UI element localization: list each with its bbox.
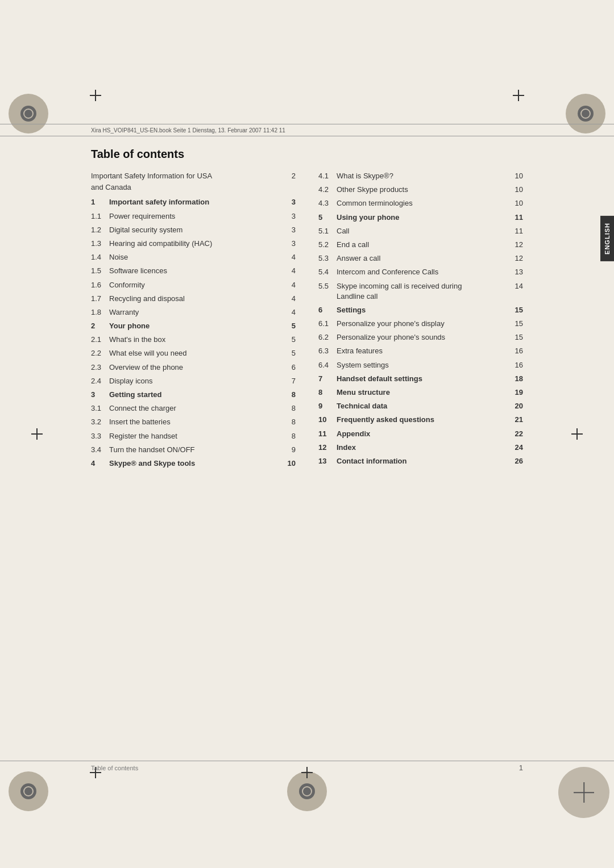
toc-intro-entry: Important Safety Information for USA and…	[91, 171, 296, 194]
toc-entry-2-4: 2.4 Display icons 7	[91, 376, 296, 386]
toc-entry-5-5: 5.5 Skype incoming call is received duri…	[318, 281, 523, 302]
toc-entry-3: 3 Getting started 8	[91, 390, 296, 400]
toc-num-6: 6	[318, 305, 337, 315]
toc-num-5-2: 5.2	[318, 240, 337, 250]
toc-page-9: 20	[509, 401, 523, 411]
toc-num-4-2: 4.2	[318, 185, 337, 195]
page-wrapper: Xira HS_VOIP841_US-EN.book Seite 1 Diens…	[0, 0, 614, 868]
toc-label-4-1: What is Skype®?	[337, 171, 509, 181]
toc-label-2-3: Overview of the phone	[109, 362, 282, 373]
toc-page-3-4: 9	[282, 445, 296, 455]
toc-num-3: 3	[91, 390, 109, 400]
toc-page-5-4: 13	[509, 267, 523, 277]
toc-num-2-4: 2.4	[91, 376, 109, 386]
toc-label-3: Getting started	[109, 390, 282, 400]
toc-page-6-3: 16	[509, 346, 523, 356]
toc-num-3-4: 3.4	[91, 445, 109, 455]
toc-entry-7: 7 Handset default settings 18	[318, 374, 523, 384]
toc-num-13: 13	[318, 456, 337, 466]
toc-num-1: 1	[91, 197, 109, 207]
footer-label: Table of contents	[91, 765, 138, 771]
toc-num-1-4: 1.4	[91, 252, 109, 262]
english-tab: ENGLISH	[600, 216, 614, 261]
toc-label-8: Menu structure	[337, 387, 509, 398]
toc-entry-5-1: 5.1 Call 11	[318, 226, 523, 236]
toc-label-1-1: Power requirements	[109, 211, 282, 222]
toc-num-6-3: 6.3	[318, 346, 337, 356]
toc-page-6-1: 15	[509, 319, 523, 329]
toc-num-2-3: 2.3	[91, 362, 109, 373]
page-content: Table of contents Important Safety Infor…	[91, 0, 523, 868]
toc-page-2-1: 5	[282, 335, 296, 345]
toc-entry-9: 9 Technical data 20	[318, 401, 523, 411]
toc-page-1-4: 4	[282, 252, 296, 262]
toc-entry-2: 2 Your phone 5	[91, 321, 296, 331]
toc-entry-1-8: 1.8 Warranty 4	[91, 307, 296, 318]
toc-entry-2-3: 2.3 Overview of the phone 6	[91, 362, 296, 373]
toc-page-7: 18	[509, 374, 523, 384]
toc-page-13: 26	[509, 456, 523, 466]
toc-num-11: 11	[318, 429, 337, 439]
toc-entry-3-4: 3.4 Turn the handset ON/OFF 9	[91, 445, 296, 455]
toc-entry-1-3: 1.3 Hearing aid compatibility (HAC) 3	[91, 239, 296, 249]
toc-num-3-2: 3.2	[91, 417, 109, 427]
toc-label-2-4: Display icons	[109, 376, 282, 386]
toc-label-6-2: Personalize your phone's sounds	[337, 332, 509, 343]
reg-circle-bl	[9, 771, 48, 811]
toc-page-1-3: 3	[282, 239, 296, 249]
toc-label-6: Settings	[337, 305, 509, 315]
toc-num-5-4: 5.4	[318, 267, 337, 277]
toc-page-4: 10	[282, 458, 296, 469]
toc-num-10: 10	[318, 415, 337, 425]
toc-entry-6-2: 6.2 Personalize your phone's sounds 15	[318, 332, 523, 343]
toc-page-12: 24	[509, 443, 523, 453]
toc-label-1-2: Digital security system	[109, 225, 282, 235]
toc-num-2-1: 2.1	[91, 335, 109, 345]
toc-num-2: 2	[91, 321, 109, 331]
toc-page-5-2: 12	[509, 240, 523, 250]
toc-entry-5-4: 5.4 Intercom and Conference Calls 13	[318, 267, 523, 277]
toc-page-2-2: 5	[282, 348, 296, 358]
toc-entry-2-2: 2.2 What else will you need 5	[91, 348, 296, 358]
toc-entry-1-6: 1.6 Conformity 4	[91, 280, 296, 290]
toc-num-4-1: 4.1	[318, 171, 337, 181]
inner-circle-tl	[20, 106, 36, 122]
toc-label-3-4: Turn the handset ON/OFF	[109, 445, 282, 455]
toc-label-9: Technical data	[337, 401, 509, 411]
toc-entry-10: 10 Frequently asked questions 21	[318, 415, 523, 425]
toc-entry-11: 11 Appendix 22	[318, 429, 523, 439]
toc-page-1-7: 4	[282, 294, 296, 304]
toc-page-11: 22	[509, 429, 523, 439]
toc-num-3-1: 3.1	[91, 403, 109, 414]
cross-br	[574, 782, 594, 803]
toc-num-7: 7	[318, 374, 337, 384]
toc-label-13: Contact information	[337, 456, 509, 466]
toc-page-3-2: 8	[282, 417, 296, 427]
toc-label-5: Using your phone	[337, 212, 509, 223]
toc-num-1-5: 1.5	[91, 266, 109, 276]
toc-page-3: 8	[282, 390, 296, 400]
toc-page-1-2: 3	[282, 225, 296, 235]
toc-page-1-8: 4	[282, 307, 296, 318]
inner-circle-tr	[578, 106, 594, 122]
toc-page-10: 21	[509, 415, 523, 425]
toc-page-6-2: 15	[509, 332, 523, 343]
toc-entry-1-1: 1.1 Power requirements 3	[91, 211, 296, 222]
toc-label-4-2: Other Skype products	[337, 185, 509, 195]
toc-num-1-2: 1.2	[91, 225, 109, 235]
toc-intro-page: 2	[282, 172, 296, 180]
toc-entry-4-2: 4.2 Other Skype products 10	[318, 185, 523, 195]
toc-num-9: 9	[318, 401, 337, 411]
toc-page-5-3: 12	[509, 253, 523, 264]
toc-entry-1-2: 1.2 Digital security system 3	[91, 225, 296, 235]
toc-page-4-2: 10	[509, 185, 523, 195]
toc-num-6-2: 6.2	[318, 332, 337, 343]
toc-entry-6-3: 6.3 Extra features 16	[318, 346, 523, 356]
toc-label-10: Frequently asked questions	[337, 415, 509, 425]
inner-circle-bl	[20, 783, 36, 799]
toc-label-6-3: Extra features	[337, 346, 509, 356]
toc-left-col: Important Safety Information for USA and…	[91, 171, 296, 472]
toc-page-3-3: 8	[282, 431, 296, 441]
toc-page-5: 11	[509, 212, 523, 223]
toc-num-6-1: 6.1	[318, 319, 337, 329]
